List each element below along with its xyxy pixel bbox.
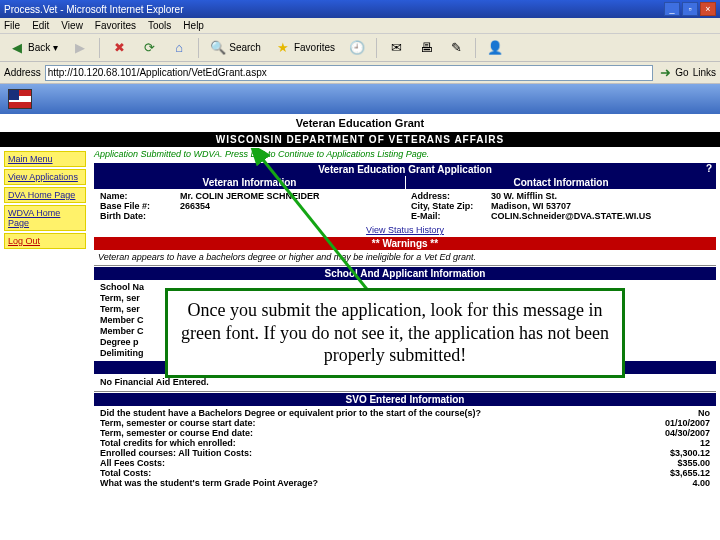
forward-button[interactable]: ▶ [67,37,93,59]
forward-icon: ▶ [72,40,88,56]
svo-value: 04/30/2007 [650,428,710,438]
search-icon: 🔍 [210,40,226,56]
search-button[interactable]: 🔍Search [205,37,266,59]
edit-icon: ✎ [448,40,464,56]
svo-grid: Did the student have a Bachelors Degree … [94,406,716,490]
home-icon: ⌂ [171,40,187,56]
warning-text: Veteran appears to have a bachelors degr… [94,250,716,264]
back-icon: ◀ [9,40,25,56]
page-title: Veteran Education Grant [0,114,720,132]
print-button[interactable]: 🖶 [413,37,439,59]
help-icon[interactable]: ? [706,163,712,174]
toolbar-separator [376,38,377,58]
search-label: Search [229,42,261,53]
svo-row: Did the student have a Bachelors Degree … [100,408,710,418]
city-value: Madison, WI 53707 [491,201,571,211]
email-value: COLIN.Schneider@DVA.STATE.WI.US [491,211,651,221]
go-label: Go [675,67,688,78]
svo-row: All Fees Costs:$355.00 [100,458,710,468]
mail-button[interactable]: ✉ [383,37,409,59]
svo-label: Total Costs: [100,468,650,478]
divider [94,265,716,266]
svo-label: Term, semester or course End date: [100,428,650,438]
messenger-icon: 👤 [487,40,503,56]
svo-value: $355.00 [650,458,710,468]
go-icon: ➜ [657,65,673,81]
toolbar-separator [99,38,100,58]
home-button[interactable]: ⌂ [166,37,192,59]
divider [94,391,716,392]
history-button[interactable]: 🕘 [344,37,370,59]
window-title: Process.Vet - Microsoft Internet Explore… [4,4,664,15]
refresh-button[interactable]: ⟳ [136,37,162,59]
mail-icon: ✉ [388,40,404,56]
sidebar-item-log-out[interactable]: Log Out [4,233,86,249]
menu-tools[interactable]: Tools [148,20,171,31]
favorites-label: Favorites [294,42,335,53]
address-bar: Address ➜Go Links [0,62,720,84]
edit-button[interactable]: ✎ [443,37,469,59]
minimize-button[interactable]: _ [664,2,680,16]
birth-label: Birth Date: [100,211,180,221]
svo-label: All Fees Costs: [100,458,650,468]
flag-icon [8,89,32,109]
sidebar: Main Menu View Applications DVA Home Pag… [0,147,90,494]
address-input[interactable] [45,65,654,81]
veteran-info-block: Name:Mr. COLIN JEROME SCHNEIDER Base Fil… [94,189,405,223]
close-button[interactable]: × [700,2,716,16]
svo-label: Did the student have a Bachelors Degree … [100,408,650,418]
svo-row: Term, semester or course End date:04/30/… [100,428,710,438]
email-label: E-Mail: [411,211,491,221]
svo-value: 01/10/2007 [650,418,710,428]
back-button[interactable]: ◀ Back ▾ [4,37,63,59]
menu-bar: File Edit View Favorites Tools Help [0,18,720,34]
maximize-button[interactable]: ▫ [682,2,698,16]
star-icon: ★ [275,40,291,56]
file-value: 266354 [180,201,210,211]
sidebar-item-dva-home[interactable]: DVA Home Page [4,187,86,203]
city-label: City, State Zip: [411,201,491,211]
menu-help[interactable]: Help [183,20,204,31]
section-header-application-label: Veteran Education Grant Application [318,164,492,175]
address-value: 30 W. Mifflin St. [491,191,557,201]
contact-info-block: Address:30 W. Mifflin St. City, State Zi… [405,189,716,223]
menu-edit[interactable]: Edit [32,20,49,31]
svo-value: 4.00 [650,478,710,488]
file-label: Base File #: [100,201,180,211]
go-button[interactable]: ➜Go [657,65,688,81]
section-header-svo: SVO Entered Information [94,393,716,406]
menu-file[interactable]: File [4,20,20,31]
svo-row: Enrolled courses: All Tuition Costs:$3,3… [100,448,710,458]
messenger-button[interactable]: 👤 [482,37,508,59]
back-label: Back [28,42,50,53]
sidebar-item-view-applications[interactable]: View Applications [4,169,86,185]
svo-row: What was the student's term Grade Point … [100,478,710,488]
section-header-veteran-info: Veteran Information [94,176,405,189]
svo-label: Enrolled courses: All Tuition Costs: [100,448,650,458]
section-header-warnings: ** Warnings ** [94,237,716,250]
page-header-banner [0,84,720,114]
view-status-history-link[interactable]: View Status History [94,223,716,237]
sidebar-item-wdva-home[interactable]: WDVA Home Page [4,205,86,231]
toolbar: ◀ Back ▾ ▶ ✖ ⟳ ⌂ 🔍Search ★Favorites 🕘 ✉ … [0,34,720,62]
sidebar-item-main-menu[interactable]: Main Menu [4,151,86,167]
menu-view[interactable]: View [61,20,83,31]
svo-value: 12 [650,438,710,448]
svo-row: Term, semester or course start date:01/1… [100,418,710,428]
svo-value: $3,655.12 [650,468,710,478]
section-header-school: School And Applicant Information [94,267,716,280]
stop-icon: ✖ [111,40,127,56]
history-icon: 🕘 [349,40,365,56]
links-label[interactable]: Links [693,67,716,78]
dropdown-icon: ▾ [53,42,58,53]
window-titlebar: Process.Vet - Microsoft Internet Explore… [0,0,720,18]
department-bar: WISCONSIN DEPARTMENT OF VETERANS AFFAIRS [0,132,720,147]
flash-message: Application Submitted to WDVA. Press Exi… [94,147,716,163]
annotation-callout: Once you submit the application, look fo… [165,288,625,378]
stop-button[interactable]: ✖ [106,37,132,59]
section-header-contact-info: Contact Information [405,176,716,189]
name-label: Name: [100,191,180,201]
menu-favorites[interactable]: Favorites [95,20,136,31]
name-value: Mr. COLIN JEROME SCHNEIDER [180,191,320,201]
favorites-button[interactable]: ★Favorites [270,37,340,59]
